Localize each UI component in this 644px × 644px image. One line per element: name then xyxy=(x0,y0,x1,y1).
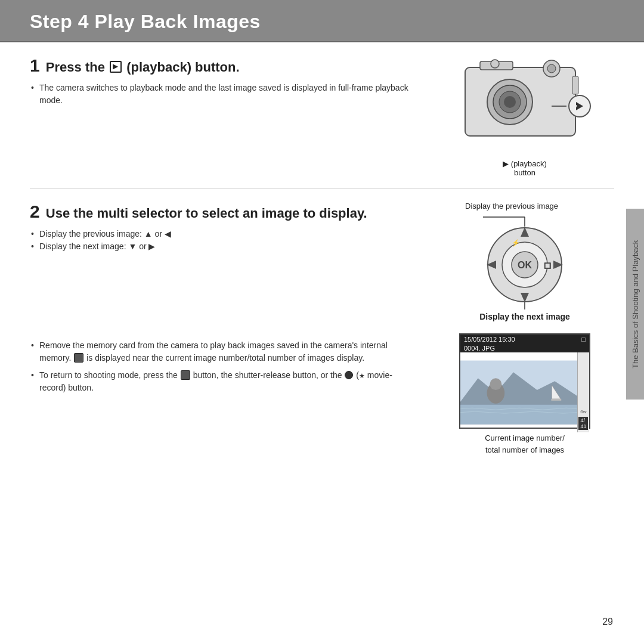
step2-number: 2 xyxy=(30,202,40,221)
step1-left: 1 Press the (playback) button. The camer… xyxy=(30,55,435,107)
svg-point-34 xyxy=(490,378,501,390)
movie-record-icon xyxy=(345,371,353,379)
notes-right: 15/05/2012 15:30 □ 0004. JPG xyxy=(435,333,614,456)
svg-rect-32 xyxy=(551,399,561,401)
screen-size-label: 6w xyxy=(580,409,586,414)
step1-title: Press the (playback) button. xyxy=(46,60,240,75)
note-bullet-1: Remove the memory card from the camera t… xyxy=(30,339,417,364)
label-prev-image: Display the previous image xyxy=(465,202,558,210)
svg-point-8 xyxy=(491,60,499,68)
svg-rect-30 xyxy=(460,405,577,425)
svg-text:🔲: 🔲 xyxy=(544,262,552,270)
step1-bullet-1: The camera switches to playback mode and… xyxy=(30,82,417,107)
playback-button-label: ▶ (playback) button xyxy=(503,159,547,177)
step2-bullet-1: Display the previous image: ▲ or ◀ xyxy=(30,228,417,240)
multi-selector-diagram: OK ⚡ 🔲 xyxy=(471,214,578,309)
screen-body: 6w 4/ 41 xyxy=(460,352,589,432)
step1-right: ▶ (playback) button xyxy=(435,55,614,177)
notes-bullets: Remove the memory card from the camera t… xyxy=(30,339,417,394)
step2-bullets: Display the previous image: ▲ or ◀ Displ… xyxy=(30,228,417,253)
step1-number: 1 xyxy=(30,55,40,75)
step2-right: Display the previous image OK xyxy=(435,202,614,321)
svg-rect-12 xyxy=(575,105,577,107)
svg-text:OK: OK xyxy=(518,260,532,270)
screen-header: 15/05/2012 15:30 □ xyxy=(460,335,589,344)
step2-left: 2 Use the multi selector to select an im… xyxy=(30,202,435,253)
svg-rect-9 xyxy=(572,76,578,94)
step1-bullets: The camera switches to playback mode and… xyxy=(30,82,417,107)
screen-counter: 4/ 41 xyxy=(578,417,588,430)
note-bullet-2: To return to shooting mode, press the bu… xyxy=(30,369,417,394)
step1-section: 1 Press the (playback) button. The camer… xyxy=(30,42,614,188)
selector-container: Display the previous image OK xyxy=(447,202,602,321)
screen-datetime: 15/05/2012 15:30 xyxy=(464,336,515,343)
svg-point-7 xyxy=(547,64,556,73)
camera-diagram xyxy=(447,55,602,157)
svg-text:⚡: ⚡ xyxy=(512,239,520,247)
screen-caption: Current image number/ total number of im… xyxy=(485,432,565,456)
landscape-image xyxy=(460,352,577,432)
header-bar: Step 4 Play Back Images xyxy=(0,0,644,42)
camera-mode-icon xyxy=(181,370,190,380)
label-next-image: Display the next image xyxy=(479,312,570,321)
step2-section: 2 Use the multi selector to select an im… xyxy=(30,188,614,327)
page-title: Step 4 Play Back Images xyxy=(30,11,261,32)
memory-icon xyxy=(74,353,83,363)
step2-bullet-2: Display the next image: ▼ or ▶ xyxy=(30,240,417,253)
screen-sidebar: 6w 4/ 41 xyxy=(577,352,589,432)
playback-icon-inline xyxy=(110,61,122,73)
screen-illustration: 15/05/2012 15:30 □ 0004. JPG xyxy=(459,333,590,429)
svg-point-4 xyxy=(504,96,516,108)
notes-section: Remove the memory card from the camera t… xyxy=(30,327,614,462)
sidebar-tab: The Basics of Shooting and Playback xyxy=(626,209,644,400)
page-number: 29 xyxy=(602,617,613,627)
screen-battery: □ xyxy=(581,336,586,343)
notes-left: Remove the memory card from the camera t… xyxy=(30,333,435,394)
screen-filename: 0004. JPG xyxy=(464,345,495,352)
step2-title: Use the multi selector to select an imag… xyxy=(46,206,367,221)
main-content: 1 Press the (playback) button. The camer… xyxy=(0,42,644,462)
